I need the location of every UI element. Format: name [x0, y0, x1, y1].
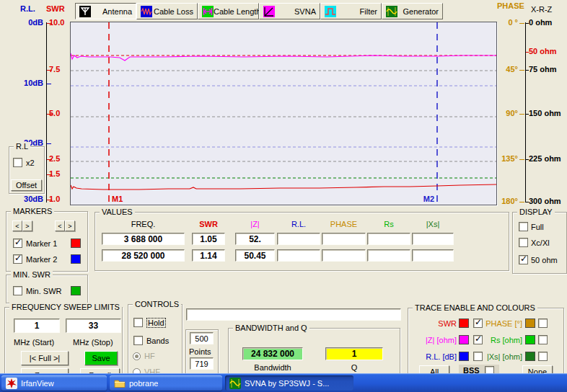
taskbar: < e IrfanViewpobraneSVNA by SP3SWJ - S..… — [0, 373, 567, 392]
q-field[interactable]: 1 — [325, 347, 383, 360]
points-top-field[interactable]: 500 — [190, 332, 214, 344]
folder-icon — [114, 378, 126, 389]
offset-button[interactable]: Offset — [11, 179, 42, 191]
bandwidth-field[interactable]: 24 832 000 — [242, 347, 303, 360]
axis-tick — [47, 23, 52, 24]
right-axis-ohm-label: 150 ohm — [529, 109, 561, 118]
values-field-m1-r-l[interactable] — [277, 233, 320, 245]
toolbar-button-label: Filter — [360, 7, 377, 16]
values-field-m1-swr[interactable]: 1.05 — [192, 233, 225, 245]
axis-tick — [519, 70, 524, 71]
irfanview-icon — [6, 378, 17, 389]
display-full-checkbox[interactable] — [519, 222, 528, 231]
right-axis-ohm-label: 0 ohm — [529, 18, 552, 27]
taskbar-button-irfanview[interactable]: IrfanView — [1, 375, 107, 391]
x2-checkbox[interactable] — [13, 158, 22, 167]
start-freq-label: MHz (Start) — [14, 338, 54, 347]
chart-plot-area[interactable]: M1M2 — [70, 22, 497, 205]
values-header-swr: SWR — [192, 220, 225, 228]
marker-2-label: Marker 2 — [26, 255, 57, 264]
checkmark-icon: ✓ — [14, 237, 22, 247]
marker2-next-button[interactable]: > — [65, 220, 75, 231]
marker-1-checkbox[interactable]: ✓ — [13, 239, 22, 248]
trace-rs-ohm-colour-swatch — [525, 335, 535, 344]
left-axis-db-label: 30dB — [24, 195, 43, 204]
display-xc-xl-checkbox[interactable] — [519, 238, 528, 247]
stop-freq-field[interactable]: 33 — [66, 318, 121, 333]
trace-z-ohm-label: |Z| [ohm] — [408, 336, 457, 344]
bands-label: Bands — [146, 337, 169, 345]
save-button[interactable]: Save — [84, 351, 118, 365]
values-field-m1-xs[interactable] — [412, 233, 454, 245]
trace-xs-ohm-label: |Xs| [ohm] — [477, 352, 522, 361]
stop-freq-label: MHz (Stop) — [73, 338, 113, 347]
toolbar-button-label: Cable Loss — [154, 7, 193, 16]
values-field-m2-r-l[interactable] — [277, 249, 320, 262]
right-axis-phase-label: 180° — [501, 197, 518, 206]
marker1-prev-button[interactable]: < — [12, 220, 22, 231]
taskbar-button-label: SVNA by SP3SWJ - S... — [245, 379, 329, 388]
trace-phase-colour-swatch — [525, 318, 535, 328]
values-field-m2-phase[interactable] — [322, 249, 366, 262]
toolbar-button-cable-loss[interactable]: Cable Loss — [136, 3, 198, 19]
trace-xs-ohm-checkbox[interactable] — [538, 352, 548, 361]
full-span-button[interactable]: |< Full >| — [21, 351, 69, 365]
points-bottom-field[interactable]: 719 — [190, 357, 214, 370]
taskbar-button-pobrane[interactable]: pobrane — [110, 375, 222, 391]
axis-tick — [47, 84, 51, 84]
toolbar-button-filter[interactable]: Filter — [320, 3, 382, 19]
checkmark-icon: ✓ — [520, 254, 527, 264]
toolbar-button-svna[interactable]: SVNA — [259, 3, 320, 19]
bandwidth-label: Bandwidth — [242, 363, 303, 372]
values-field-m1-freq[interactable]: 3 688 000 — [102, 233, 185, 245]
bands-checkbox[interactable] — [133, 336, 143, 345]
values-field-m2-xs[interactable] — [412, 249, 454, 262]
values-field-m2-freq[interactable]: 28 520 000 — [102, 249, 185, 262]
min-swr-checkbox[interactable] — [13, 286, 22, 295]
hold-checkbox[interactable] — [133, 318, 143, 327]
values-field-m2-z[interactable]: 50.45 — [235, 249, 275, 262]
values-field-m1-rs[interactable] — [367, 233, 410, 245]
axis-tick — [47, 114, 52, 115]
display-xc-xl-label: Xc/Xl — [531, 239, 550, 247]
values-field-m1-phase[interactable] — [322, 233, 366, 245]
display-50-ohm-checkbox[interactable]: ✓ — [519, 255, 528, 264]
rl-scale-title: R.L. — [20, 4, 35, 14]
taskbar-button-label: pobrane — [129, 379, 158, 388]
display-full-label: Full — [531, 223, 544, 231]
values-header-rs: Rs — [367, 220, 410, 228]
marker1-next-button[interactable]: > — [22, 220, 32, 231]
filter-icon — [325, 6, 336, 17]
axis-tick — [526, 52, 529, 53]
values-header-z: |Z| — [235, 220, 275, 228]
toolbar-button-cable-length[interactable]: Cable Length — [198, 3, 259, 19]
values-field-m2-swr[interactable]: 1.14 — [192, 249, 225, 262]
marker-2-checkbox[interactable]: ✓ — [13, 254, 22, 264]
trace-r-l-db-colour-swatch — [459, 352, 469, 361]
axis-tick — [519, 114, 524, 115]
rl-offset-group: R.L x2 Offset — [9, 146, 45, 194]
toolbar-button-label: SVNA — [294, 7, 316, 16]
toolbar-button-label: Generator — [403, 7, 439, 16]
values-field-m2-rs[interactable] — [367, 249, 410, 262]
toolbar-button-generator[interactable]: Generator — [382, 3, 443, 19]
marker2-prev-button[interactable]: < — [55, 220, 65, 231]
taskbar-button-svna-by-sp3swj-s[interactable]: SVNA by SP3SWJ - S... — [225, 375, 353, 391]
generator-icon — [386, 6, 397, 17]
min-swr-group-title: MIN. SWR — [11, 270, 53, 279]
start-freq-field[interactable]: 1 — [14, 318, 60, 333]
trace-rs-ohm-label: Rs [ohm] — [477, 336, 522, 344]
values-header-freq: FREQ. — [102, 220, 185, 228]
points-label: Points — [189, 347, 211, 356]
values-group-title: VALUES — [100, 208, 135, 216]
hf-radio[interactable] — [133, 352, 141, 360]
toolbar-button-antenna[interactable]: Antenna — [75, 3, 136, 19]
marker-1-colour-swatch — [71, 239, 81, 248]
trace-rs-ohm-checkbox[interactable] — [538, 335, 548, 344]
checkmark-icon: ✓ — [14, 253, 22, 263]
trace-phase-checkbox[interactable] — [538, 318, 548, 328]
axis-tick — [47, 200, 52, 200]
text-input[interactable] — [186, 308, 401, 321]
values-field-m1-z[interactable]: 52. — [235, 233, 275, 245]
controls-group-title: CONTROLS — [133, 300, 181, 308]
